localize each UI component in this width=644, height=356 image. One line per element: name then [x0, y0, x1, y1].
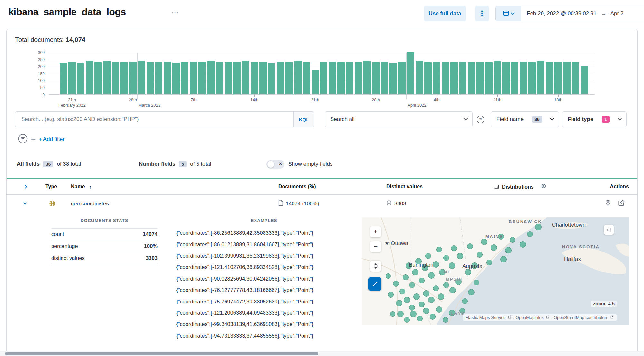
- map-label: ★ Ottawa: [384, 240, 408, 247]
- map-data-point: [423, 308, 429, 314]
- calendar-button[interactable]: [496, 6, 521, 21]
- expand-all-button[interactable]: [24, 185, 27, 188]
- map-marker-action-icon[interactable]: [605, 200, 611, 207]
- x-axis-month-label: February 2022: [58, 103, 86, 108]
- search-input[interactable]: [15, 112, 293, 127]
- column-header-documents[interactable]: Documents (%): [278, 184, 316, 190]
- histogram-bar: [103, 61, 111, 94]
- number-fields-total: of 5 total: [190, 161, 211, 167]
- x-axis-tick-mark: [437, 95, 437, 97]
- stats-row-count: count 14074: [51, 228, 158, 240]
- y-axis-tick-label: 250: [38, 57, 45, 62]
- chevron-down-icon: [511, 11, 515, 15]
- histogram-bar: [68, 62, 76, 94]
- map-data-point: [468, 289, 475, 295]
- histogram-bar: [285, 62, 293, 94]
- map-data-point: [423, 290, 429, 297]
- histogram-bar: [546, 62, 553, 94]
- column-header-distinct-values[interactable]: Distinct values: [386, 184, 423, 190]
- example-item: {"coordinates":[-99.34038139,41.63695083…: [176, 319, 352, 330]
- vertical-dots-icon: ⋮: [478, 9, 485, 17]
- field-type-label: Field type: [568, 116, 593, 123]
- document-icon: [278, 200, 283, 207]
- field-name-value[interactable]: geo.coordinates: [71, 201, 109, 207]
- show-empty-fields-label: Show empty fields: [288, 161, 332, 167]
- attribution-link[interactable]: OpenStreetMap contributors: [553, 315, 608, 320]
- map-data-point: [393, 281, 399, 287]
- collapse-legend-button[interactable]: [604, 225, 614, 235]
- title-options-icon[interactable]: ⋯: [171, 8, 178, 17]
- map-data-point: [404, 297, 410, 303]
- date-range-picker[interactable]: Feb 20, 2022 @ 00:39:02.91 → Apr 2: [495, 6, 644, 21]
- histogram-bar: [398, 62, 406, 94]
- column-header-distributions[interactable]: Distributions: [494, 183, 546, 191]
- example-item: {"coordinates":[-86.25613889,42.35083333…: [176, 227, 352, 239]
- number-fields-count-badge: 5: [179, 161, 187, 167]
- map-label: NE: [444, 270, 451, 274]
- eye-slash-icon[interactable]: [540, 183, 546, 191]
- histogram-bar: [563, 62, 571, 94]
- attribution-link[interactable]: OpenMapTiles: [515, 315, 543, 320]
- show-empty-fields-toggle[interactable]: ×: [266, 160, 284, 169]
- attribution-separator: ,: [513, 315, 514, 320]
- horizontal-scrollbar-thumb[interactable]: [5, 352, 318, 355]
- number-fields-label: Number fields: [139, 161, 175, 167]
- coordinates-map[interactable]: BRUNSWICKCharlottetownMAINENOVA SCOTIAHa…: [362, 217, 629, 325]
- map-data-point: [412, 269, 418, 275]
- histogram-bar: [372, 62, 380, 94]
- map-data-point: [477, 252, 483, 258]
- map-data-point: [462, 298, 468, 304]
- options-menu-button[interactable]: ⋮: [475, 6, 489, 21]
- horizontal-scrollbar-track[interactable]: [0, 351, 644, 356]
- search-all-select[interactable]: Search all: [325, 111, 473, 127]
- example-item: {"coordinates":[-102.3990931,35.23199833…: [176, 250, 352, 262]
- expand-map-button[interactable]: [368, 277, 381, 291]
- histogram-bar: [129, 62, 137, 94]
- documents-stats-title: DOCUMENTS STATS: [51, 218, 158, 223]
- map-data-point: [535, 224, 542, 230]
- use-full-data-button[interactable]: Use full data: [424, 6, 466, 21]
- map-label: Burlington: [409, 262, 434, 268]
- collapse-row-button[interactable]: [24, 203, 27, 204]
- total-documents-value: 14,074: [66, 36, 85, 43]
- search-all-label: Search all: [330, 116, 355, 123]
- x-axis-tick-mark: [558, 95, 559, 97]
- stat-value: 3303: [146, 255, 158, 261]
- map-data-point: [419, 278, 425, 283]
- date-range-end[interactable]: Apr 2: [607, 10, 624, 17]
- examples-title: EXAMPLES: [176, 218, 352, 223]
- stats-row-percentage: percentage 100%: [51, 240, 158, 252]
- map-data-point: [510, 237, 515, 243]
- stat-label: count: [51, 231, 64, 237]
- fit-to-data-button[interactable]: [370, 261, 381, 272]
- zoom-out-button[interactable]: −: [370, 241, 381, 252]
- kql-toggle[interactable]: KQL: [293, 112, 314, 127]
- histogram-bar: [233, 62, 241, 94]
- date-range-start[interactable]: Feb 20, 2022 @ 00:39:02.91: [521, 10, 601, 17]
- histogram-bar: [259, 62, 267, 94]
- map-data-point: [428, 297, 435, 303]
- examples-list: {"coordinates":[-86.25613889,42.35083333…: [176, 227, 352, 341]
- histogram-bar: [277, 62, 284, 94]
- help-icon[interactable]: ?: [477, 116, 484, 123]
- filter-icon[interactable]: [18, 134, 28, 145]
- map-data-point: [390, 312, 395, 317]
- total-documents: Total documents: 14,074: [15, 36, 85, 44]
- map-label: BRUNSWICK: [509, 219, 542, 224]
- add-filter-button[interactable]: + Add filter: [39, 136, 65, 143]
- map-data-point: [474, 280, 479, 285]
- column-header-type[interactable]: Type: [45, 184, 57, 190]
- distinct-values-value: 3303: [394, 201, 406, 207]
- chevron-down-icon: [550, 116, 554, 121]
- map-data-point: [481, 239, 487, 245]
- attribution-link[interactable]: Elastic Maps Service: [465, 315, 505, 320]
- map-data-point: [465, 269, 471, 275]
- zoom-in-button[interactable]: +: [370, 226, 381, 237]
- table-row-geo-coordinates[interactable]: geo.coordinates 14074 (100%) 3303: [7, 195, 637, 212]
- x-axis-tick-label: 28th: [372, 97, 380, 102]
- field-type-filter[interactable]: Field type 1: [562, 111, 627, 127]
- column-header-name[interactable]: Name ↑: [71, 184, 91, 190]
- field-name-filter[interactable]: Field name 36: [491, 111, 559, 127]
- edit-action-icon[interactable]: [618, 200, 625, 207]
- map-data-point: [443, 317, 448, 323]
